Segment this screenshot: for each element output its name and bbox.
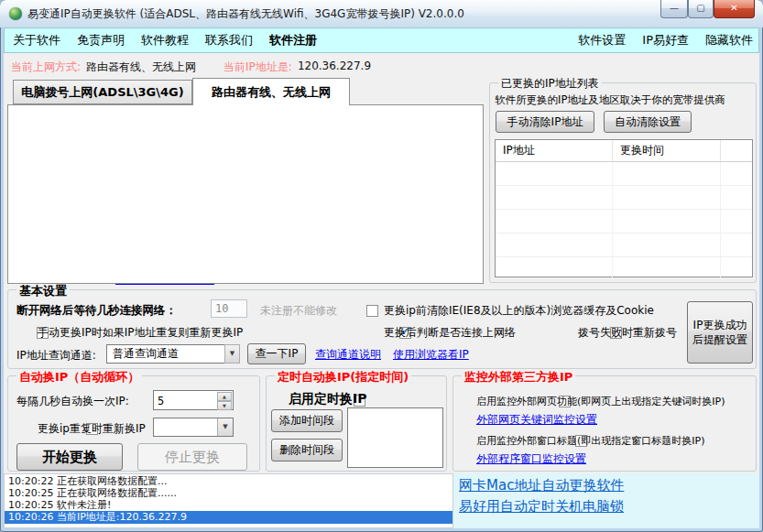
- close-button[interactable]: ✕: [714, 0, 755, 18]
- auto-repeat-dropdown-icon[interactable]: ▼: [217, 418, 233, 436]
- menu-about[interactable]: 关于软件: [5, 32, 69, 49]
- query-channel-label: IP地址查询通道:: [16, 348, 96, 364]
- check-connection-label[interactable]: 更换后判断是否连接上网络: [384, 325, 516, 341]
- manual-clear-ip-button[interactable]: 手动清除IP地址: [496, 111, 594, 133]
- interval-value: 5: [154, 395, 164, 407]
- table-row: [496, 162, 752, 186]
- col-ip-header[interactable]: IP地址: [496, 140, 613, 161]
- ip-list-table[interactable]: IP地址 更换时间: [495, 139, 753, 277]
- delete-timeslot-button[interactable]: 删除时间段: [271, 439, 343, 461]
- title-bar[interactable]: 易变通IP自动更换软件 (适合ADSL、路由器有线无线Wifi、3G4G宽带拨号…: [0, 0, 763, 27]
- window-title: 易变通IP自动更换软件 (适合ADSL、路由器有线无线Wifi、3G4G宽带拨号…: [27, 6, 464, 22]
- query-channel-desc-link[interactable]: 查询通道说明: [315, 347, 381, 363]
- ip-success-notify-button[interactable]: IP更换成功 后提醒设置: [687, 301, 753, 364]
- tab-router[interactable]: 路由器有线、无线上网: [192, 78, 350, 105]
- ip-list-note: 软件所更换的IP地址及地区取决于你的宽带提供商: [495, 93, 725, 107]
- auto-repeat-label[interactable]: 更换ip重复时重新换IP: [38, 421, 146, 437]
- clear-ie-checkbox[interactable]: [366, 305, 378, 317]
- auto-change-title: 自动换IP（自动循环）: [16, 369, 142, 385]
- menu-ip-lookup[interactable]: IP易好查: [634, 32, 697, 49]
- router-tab-panel: [7, 104, 484, 284]
- wait-seconds-label: 断开网络后等待几秒连接网络：: [16, 303, 177, 319]
- notify-line2: 后提醒设置: [692, 333, 747, 346]
- query-channel-select[interactable]: 普通查询通道: [106, 344, 225, 364]
- app-window: 易变通IP自动更换软件 (适合ADSL、路由器有线无线Wifi、3G4G宽带拨号…: [0, 0, 763, 532]
- web-keyword-settings-link[interactable]: 外部网页关键词监控设置: [476, 412, 597, 428]
- ip-list-header: IP地址 更换时间: [496, 140, 752, 162]
- stop-change-button: 停止更换: [137, 443, 247, 471]
- enable-timed-label[interactable]: 启用定时换IP: [289, 391, 366, 407]
- log-line: 10:20:22 正在获取网络数据配置...: [5, 474, 452, 487]
- pc-lock-link[interactable]: 易好用自动定时关机电脑锁: [459, 498, 759, 516]
- menu-disclaimer[interactable]: 免责声明: [69, 32, 133, 49]
- menu-contact[interactable]: 联系我们: [197, 32, 261, 49]
- log-line-selected[interactable]: 10:20:26 当前IP地址是:120.36.227.9: [5, 511, 452, 524]
- menu-bar: 关于软件 免责声明 软件教程 联系我们 软件注册 软件设置 IP易好查 隐藏软件: [4, 27, 759, 53]
- monitor-window-label[interactable]: 启用监控外部窗口标题(即出现指定窗口标题时换IP): [476, 434, 704, 448]
- main-content: 当前上网方式: 路由器有线、无线上网 当前IP地址是: 120.36.227.9…: [4, 53, 759, 528]
- add-timeslot-button[interactable]: 添加时间段: [271, 409, 343, 432]
- mac-changer-link[interactable]: 网卡Mac地址自动更换软件: [459, 477, 759, 494]
- menu-settings[interactable]: 软件设置: [570, 32, 634, 49]
- auto-repeat-select[interactable]: ▼: [153, 418, 234, 437]
- query-channel-dropdown-icon[interactable]: ▼: [224, 344, 240, 364]
- spin-down-icon[interactable]: ▼: [217, 401, 232, 410]
- basic-settings-title: 基本设置: [16, 283, 70, 299]
- log-line: 10:20:25 软件未注册!: [5, 499, 452, 511]
- interval-label: 每隔几秒自动换一次IP:: [16, 394, 129, 409]
- redial-label[interactable]: 拨号失败时重新拨号: [578, 325, 677, 341]
- current-ip-value: 120.36.227.9: [298, 60, 371, 75]
- interval-spinner[interactable]: ▲▼: [217, 392, 232, 408]
- minimize-button[interactable]: —: [660, 0, 688, 18]
- monitor-web-label[interactable]: 启用监控外部网页功能(即网页上出现指定关键词时换IP): [476, 395, 725, 408]
- menu-tutorial[interactable]: 软件教程: [133, 32, 197, 49]
- log-line: 10:20:25 正在获取网络数据配置......: [5, 487, 452, 499]
- spin-up-icon[interactable]: ▲: [217, 392, 232, 401]
- maximize-button[interactable]: ▢: [688, 0, 714, 18]
- monitor-title: 监控外部第三方换IP: [462, 369, 575, 385]
- table-row: [496, 186, 752, 210]
- interval-stepper[interactable]: 5 ▲▼: [153, 390, 234, 410]
- timeslot-listbox[interactable]: [347, 407, 443, 468]
- wait-seconds-input: [211, 299, 247, 318]
- manual-repeat-label[interactable]: 手动更换IP时如果IP地址重复则重新更换IP: [38, 325, 243, 341]
- clear-ie-label[interactable]: 更换ip前清除IE(IE8及以上的版本)浏览器缓存及Cookie: [384, 303, 654, 319]
- menu-register[interactable]: 软件注册: [261, 32, 325, 49]
- log-area[interactable]: 10:20:22 正在获取网络数据配置... 10:20:25 正在获取网络数据…: [4, 473, 453, 528]
- table-row: [496, 257, 752, 281]
- col-extra-header: [721, 140, 752, 161]
- auto-clear-settings-button[interactable]: 自动清除设置: [604, 111, 692, 133]
- unregistered-note: 未注册不能修改: [260, 303, 337, 319]
- start-change-button[interactable]: 开始更换: [16, 443, 123, 471]
- status-line: 当前上网方式: 路由器有线、无线上网 当前IP地址是: 120.36.227.9: [11, 60, 371, 75]
- tab-dialup[interactable]: 电脑拨号上网(ADSL\3G\4G): [13, 80, 192, 104]
- timed-change-title: 定时自动换IP(指定时间): [275, 369, 411, 385]
- col-time-header[interactable]: 更换时间: [613, 140, 721, 161]
- net-mode-value: 路由器有线、无线上网: [86, 60, 196, 75]
- ip-list-title: 已更换的IP地址列表: [498, 76, 602, 92]
- menu-hide[interactable]: 隐藏软件: [697, 32, 758, 49]
- browser-view-ip-link[interactable]: 使用浏览器看IP: [393, 347, 469, 363]
- table-row: [496, 210, 752, 233]
- notify-line1: IP更换成功: [693, 319, 747, 331]
- net-mode-label: 当前上网方式:: [11, 60, 81, 75]
- check-ip-button[interactable]: 查一下IP: [247, 343, 306, 364]
- window-monitor-settings-link[interactable]: 外部程序窗口监控设置: [476, 451, 586, 467]
- app-icon: [9, 7, 22, 20]
- table-row: [496, 233, 752, 257]
- promo-panel: 网卡Mac地址自动更换软件 易好用自动定时关机电脑锁: [453, 473, 759, 528]
- current-ip-label: 当前IP地址是:: [223, 60, 292, 75]
